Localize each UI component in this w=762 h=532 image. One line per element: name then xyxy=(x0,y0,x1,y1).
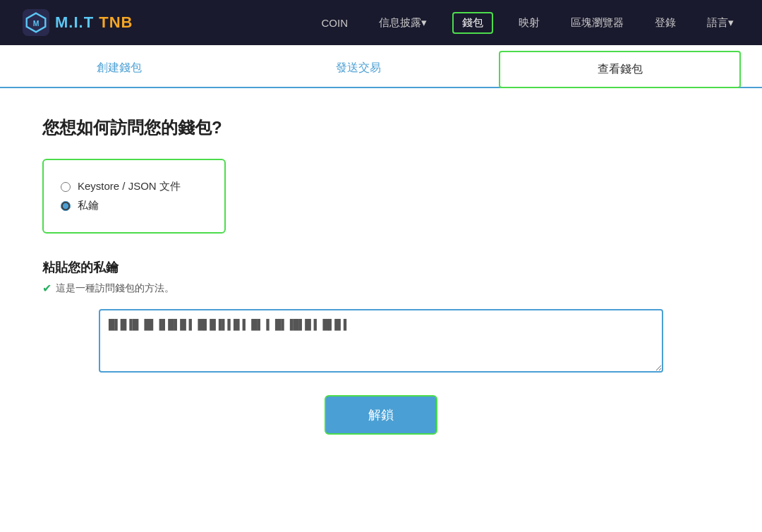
check-icon: ✔ xyxy=(42,282,52,295)
nav-wallet[interactable]: 錢包 xyxy=(452,12,493,34)
svg-text:M: M xyxy=(33,20,40,28)
nav-coin[interactable]: COIN xyxy=(316,14,354,32)
nav-lang[interactable]: 語言▾ xyxy=(701,13,739,32)
privatekey-label: 私鑰 xyxy=(78,199,99,212)
access-method-box: Keystore / JSON 文件 私鑰 xyxy=(42,159,226,234)
nav-explorer[interactable]: 區塊瀏覽器 xyxy=(565,13,629,32)
tab-send[interactable]: 發送交易 xyxy=(239,45,478,87)
nav-info[interactable]: 信息披露▾ xyxy=(373,13,433,32)
keystore-label: Keystore / JSON 文件 xyxy=(78,180,181,193)
navbar-links: COIN 信息披露▾ 錢包 映射 區塊瀏覽器 登錄 語言▾ xyxy=(316,12,740,34)
page-title: 您想如何訪問您的錢包? xyxy=(42,116,720,139)
logo-icon: M xyxy=(23,9,49,36)
unlock-wrapper: 解鎖 xyxy=(42,395,720,435)
nav-map[interactable]: 映射 xyxy=(513,13,545,32)
pk-notice-text: 這是一種訪問錢包的方法。 xyxy=(56,282,174,295)
tab-create[interactable]: 創建錢包 xyxy=(0,45,239,87)
radio-privatekey[interactable] xyxy=(61,201,71,211)
option-keystore[interactable]: Keystore / JSON 文件 xyxy=(61,180,207,193)
nav-login[interactable]: 登錄 xyxy=(649,13,682,32)
logo-text: M.I.T TNB xyxy=(55,13,133,32)
unlock-button[interactable]: 解鎖 xyxy=(325,395,437,435)
pk-notice: ✔ 這是一種訪問錢包的方法。 xyxy=(42,282,720,295)
pk-input[interactable]: █▌█▐█ █▌▐▌█▌█▐ █▌█▐▌▌█▐ █▌▐ █▌▐█▌█▐ █▌█▐ xyxy=(99,309,663,373)
option-privatekey[interactable]: 私鑰 xyxy=(61,199,207,212)
radio-keystore[interactable] xyxy=(61,182,71,192)
navbar: M M.I.T TNB COIN 信息披露▾ 錢包 映射 區塊瀏覽器 登錄 語言… xyxy=(0,0,762,45)
pk-section: 粘貼您的私鑰 ✔ 這是一種訪問錢包的方法。 █▌█▐█ █▌▐▌█▌█▐ █▌█… xyxy=(42,259,720,375)
main-content: 您想如何訪問您的錢包? Keystore / JSON 文件 私鑰 粘貼您的私鑰… xyxy=(0,88,762,491)
tab-view[interactable]: 查看錢包 xyxy=(499,51,741,88)
logo: M M.I.T TNB xyxy=(23,9,133,36)
pk-section-title: 粘貼您的私鑰 xyxy=(42,259,720,276)
tabs-bar: 創建錢包 發送交易 查看錢包 xyxy=(0,45,762,88)
pk-textarea-wrapper: █▌█▐█ █▌▐▌█▌█▐ █▌█▐▌▌█▐ █▌▐ █▌▐█▌█▐ █▌█▐ xyxy=(99,309,663,375)
